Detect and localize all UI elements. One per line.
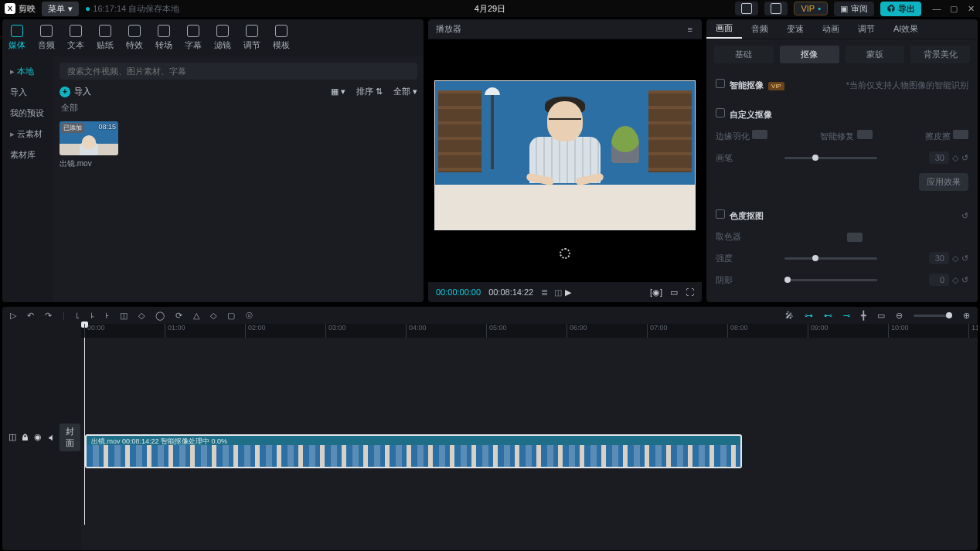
shadow-label: 阴影 (716, 274, 733, 286)
split-tool-icon[interactable]: ꜖ (76, 311, 80, 321)
checkbox-smart-keying[interactable] (716, 79, 725, 88)
toggle-smooth[interactable] (857, 130, 873, 139)
pointer-tool-icon[interactable]: ▷ (10, 311, 16, 321)
compare-icon[interactable]: [◉] (650, 287, 662, 298)
player-menu-icon[interactable]: ≡ (688, 25, 694, 34)
keyframe-icon[interactable]: ◯ (155, 311, 165, 321)
vip-button[interactable]: VIP• (794, 2, 828, 15)
stepper-icon[interactable]: ◇ (952, 153, 958, 163)
props-tab-变速[interactable]: 变速 (778, 19, 813, 39)
track-toggle-icon[interactable]: ◫ (9, 432, 16, 442)
mic-icon[interactable]: 🎤︎ (785, 311, 794, 320)
fullscreen-icon[interactable]: ⛶ (686, 287, 694, 298)
filter-button[interactable]: 全部 ▾ (393, 86, 417, 97)
shadow-slider[interactable] (784, 279, 877, 281)
topnav-贴纸[interactable]: 贴纸 (90, 19, 120, 56)
intensity-slider[interactable] (784, 257, 877, 260)
speed-icon[interactable]: ⟳ (175, 311, 182, 321)
media-clip[interactable]: 已添加08:15出镜.mov (60, 121, 118, 169)
props-tab-动画[interactable]: 动画 (813, 19, 849, 39)
checkbox-custom-keying[interactable] (716, 108, 725, 117)
app-logo: X 剪映 (5, 3, 36, 15)
undo-button[interactable]: ↶ (27, 311, 34, 321)
zoom-in-icon[interactable]: ⊕ (963, 311, 970, 321)
magnet-preview-icon[interactable]: ⊸ (843, 311, 850, 321)
topnav-特效[interactable]: 特效 (120, 19, 149, 56)
zoom-out-icon[interactable]: ⊖ (896, 311, 903, 321)
layout-button-b[interactable] (764, 2, 788, 15)
rotate-icon[interactable]: ◇ (210, 311, 216, 321)
topnav-模板[interactable]: 模板 (267, 19, 296, 56)
checkbox-chroma[interactable] (716, 209, 725, 219)
sidebar-item-云素材[interactable]: 云素材 (2, 124, 53, 145)
magnet-link-icon[interactable]: ⊷ (824, 311, 832, 321)
props-tab-音频[interactable]: 音频 (742, 19, 778, 39)
close-button[interactable]: ✕ (966, 4, 975, 14)
ai-icon[interactable]: ⦾ (246, 311, 253, 321)
mirror-icon[interactable]: △ (193, 311, 199, 321)
video-clip[interactable]: 出镜.mov 00:08:14:22 智能抠像处理中 0.0% (86, 435, 741, 468)
brush-slider[interactable] (784, 157, 877, 159)
export-button[interactable]: ⮉导出 (880, 2, 921, 16)
intensity-value[interactable]: 30 (929, 252, 949, 264)
ratio-icon[interactable]: ▭ (670, 287, 678, 298)
magnet-main-icon[interactable]: ⊶ (805, 311, 813, 321)
topnav-滤镜[interactable]: 滤镜 (208, 19, 237, 56)
search-input[interactable] (60, 63, 417, 80)
sort-button[interactable]: 排序 ⇅ (356, 86, 383, 97)
view-mode-button[interactable]: ▦ ▾ (331, 87, 345, 97)
zoom-slider[interactable] (914, 315, 952, 317)
sidebar-item-素材库[interactable]: 素材库 (2, 145, 53, 165)
segment-icon[interactable]: ◫ (554, 287, 562, 298)
align-icon[interactable]: ╋ (861, 311, 866, 321)
crop2-icon[interactable]: ▢ (227, 311, 235, 321)
topnav-转场[interactable]: 转场 (149, 19, 179, 56)
timeline-tracks[interactable]: 出镜.mov 00:08:14:22 智能抠像处理中 0.0% (81, 338, 978, 435)
lock-icon[interactable]: 🔒︎ (21, 433, 29, 442)
main-menu-button[interactable]: 菜单 ▾ (42, 2, 79, 16)
brush-value[interactable]: 30 (929, 151, 949, 164)
split-left-icon[interactable]: ꜕ (90, 311, 94, 321)
list-icon[interactable]: ≣ (541, 287, 548, 298)
color-picker-button[interactable] (847, 233, 863, 242)
props-subtab-蒙版[interactable]: 蒙版 (846, 46, 905, 63)
topnav-文本[interactable]: 文本 (61, 19, 90, 56)
props-tab-画面[interactable]: 画面 (706, 19, 742, 39)
cover-button[interactable]: 封面 (60, 423, 80, 451)
intensity-label: 强度 (716, 253, 733, 264)
topnav-媒体[interactable]: 媒体 (2, 19, 32, 56)
sidebar-item-我的预设[interactable]: 我的预设 (2, 103, 53, 124)
timeline-ruler[interactable]: 00:0001:0002:0003:0004:0005:0006:0007:00… (81, 324, 978, 338)
props-subtab-背景美化[interactable]: 背景美化 (910, 46, 970, 63)
crop-icon[interactable]: ◫ (120, 311, 128, 321)
player-viewport[interactable] (428, 39, 702, 282)
redo-button[interactable]: ↷ (45, 311, 52, 321)
topnav-调节[interactable]: 调节 (237, 19, 267, 56)
toggle-edge[interactable] (752, 130, 767, 139)
toggle-eraser[interactable] (953, 130, 968, 139)
shadow-value[interactable]: 0 (929, 274, 949, 286)
props-subtab-抠像[interactable]: 抠像 (780, 46, 839, 63)
maximize-button[interactable]: ▢ (949, 4, 958, 14)
minimize-button[interactable]: — (932, 4, 941, 14)
play-button[interactable]: ▶ (565, 287, 571, 298)
props-subtab-基础[interactable]: 基础 (714, 46, 774, 63)
mute-icon[interactable]: 🔈︎ (46, 433, 55, 442)
sidebar-item-本地[interactable]: 本地 (2, 61, 53, 82)
props-tab-AI效果[interactable]: AI效果 (884, 19, 927, 39)
apply-effect-button[interactable]: 应用效果 (919, 173, 968, 191)
sidebar-item-导入[interactable]: 导入 (2, 82, 53, 103)
layout-button-a[interactable] (735, 2, 758, 15)
props-tab-调节[interactable]: 调节 (849, 19, 884, 39)
reset-section-icon[interactable]: ↺ (961, 211, 968, 221)
topnav-字幕[interactable]: 字幕 (179, 19, 208, 56)
marker-icon[interactable]: ◇ (138, 311, 145, 321)
import-button[interactable]: + 导入 (60, 86, 91, 97)
review-button[interactable]: ▣审阅 (834, 2, 874, 16)
topnav-音频[interactable]: 音频 (32, 19, 61, 56)
plus-icon: + (60, 87, 70, 97)
preview-icon[interactable]: ▭ (877, 311, 885, 321)
eye-icon[interactable]: ◉ (34, 432, 42, 442)
split-right-icon[interactable]: ꜔ (105, 311, 109, 321)
reset-icon[interactable]: ↺ (961, 153, 968, 163)
